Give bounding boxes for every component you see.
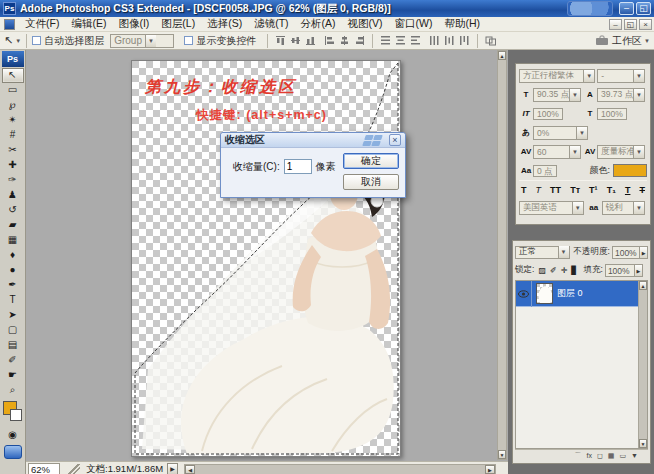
menu-layer[interactable]: 图层(L) (155, 17, 201, 31)
layer-style-icon[interactable]: fx (587, 452, 592, 459)
dialog-close-icon[interactable]: × (389, 134, 401, 146)
group-select[interactable]: Group ▼ (110, 34, 174, 48)
leading-select[interactable]: 39.73 点▼ (597, 88, 645, 102)
align-left-edges-icon[interactable] (324, 35, 335, 46)
healing-brush-tool-button[interactable]: ✚ (2, 158, 24, 173)
align-top-edges-icon[interactable] (275, 35, 286, 46)
all-caps-button[interactable]: TT (550, 185, 561, 195)
type-tool-button[interactable]: T (2, 293, 24, 308)
menu-image[interactable]: 图像(I) (112, 17, 155, 31)
restore-button[interactable]: ◱ (636, 2, 651, 15)
baseline-shift-field[interactable]: 0 点 (533, 165, 557, 177)
text-color-swatch[interactable] (613, 164, 647, 177)
align-right-edges-icon[interactable] (354, 35, 365, 46)
layer-visibility-toggle[interactable] (516, 281, 532, 307)
layers-scroll-down-icon[interactable]: ▼ (639, 439, 647, 448)
link-layers-icon[interactable]: ⌒ (575, 451, 582, 461)
layers-scrollbar[interactable]: ▲ ▼ (638, 281, 647, 448)
doc-horizontal-scrollbar[interactable]: ◀ ▶ (184, 464, 496, 474)
menu-filter[interactable]: 滤镜(T) (248, 17, 294, 31)
fill-slider-arrow-icon[interactable]: ▶ (635, 264, 643, 277)
layers-scroll-up-icon[interactable]: ▲ (639, 281, 647, 290)
crop-tool-button[interactable]: # (2, 128, 24, 143)
workspace-control[interactable]: 工作区 ▼ (595, 34, 650, 48)
font-family-select[interactable]: 方正行楷繁体▼ (519, 69, 595, 83)
fill-field[interactable]: 100% (605, 264, 635, 277)
pen-tool-button[interactable]: ✒ (2, 278, 24, 293)
doc-restore-button[interactable]: ◱ (624, 19, 637, 30)
underline-button[interactable]: T (625, 185, 631, 195)
dodge-tool-button[interactable]: ● (2, 263, 24, 278)
document-icon[interactable] (4, 19, 15, 30)
new-group-icon[interactable]: ▦ (608, 452, 615, 460)
minimize-button[interactable]: – (619, 2, 634, 15)
menu-window[interactable]: 窗口(W) (389, 17, 439, 31)
distribute-vertical-centers-icon[interactable] (395, 35, 406, 46)
tracking-select[interactable]: 60▼ (533, 145, 581, 159)
rectangular-marquee-tool-button[interactable]: ▭ (2, 83, 24, 98)
opacity-field[interactable]: 100% (612, 246, 641, 259)
blur-tool-button[interactable]: ♦ (2, 248, 24, 263)
cancel-button[interactable]: 取消 (343, 174, 399, 190)
eraser-tool-button[interactable]: ▰ (2, 218, 24, 233)
scroll-right-icon[interactable]: ▶ (485, 465, 495, 474)
auto-select-checkbox[interactable] (32, 36, 41, 45)
ok-button[interactable]: 确定 (343, 153, 399, 169)
notes-tool-button[interactable]: ▤ (2, 338, 24, 353)
menu-help[interactable]: 帮助(H) (439, 17, 487, 31)
small-caps-button[interactable]: Tт (570, 185, 580, 195)
shape-tool-button[interactable]: ▢ (2, 323, 24, 338)
subscript-button[interactable]: T₁ (607, 185, 616, 195)
background-color-swatch[interactable] (10, 409, 22, 421)
doc-vertical-scrollbar[interactable]: ▲ ▼ (497, 50, 507, 460)
layer-row[interactable]: 图层 0 (516, 281, 647, 307)
distribute-left-edges-icon[interactable] (429, 35, 440, 46)
strikethrough-button[interactable]: T (639, 185, 645, 195)
canvas[interactable]: 第九步：收缩选区 快捷键: (alt+s+m+c) (131, 60, 401, 457)
new-layer-icon[interactable]: ▭ (619, 452, 626, 460)
anti-alias-select[interactable]: 锐利▼ (602, 201, 645, 215)
menu-select[interactable]: 选择(S) (201, 17, 248, 31)
path-selection-tool-button[interactable]: ➤ (2, 308, 24, 323)
brush-tool-button[interactable]: ✑ (2, 173, 24, 188)
align-vertical-centers-icon[interactable] (290, 35, 301, 46)
magic-wand-tool-button[interactable]: ✴ (2, 113, 24, 128)
tsume-select[interactable]: 0%▼ (533, 126, 588, 140)
kerning-select[interactable]: 度量标准▼ (597, 145, 645, 159)
layer-thumbnail[interactable] (536, 283, 553, 304)
menu-edit[interactable]: 编辑(E) (65, 17, 112, 31)
layer-mask-icon[interactable]: ◻ (597, 452, 603, 460)
superscript-button[interactable]: T¹ (589, 185, 598, 195)
lock-paint-icon[interactable]: ✐ (550, 266, 557, 275)
lock-all-icon[interactable]: ▊ (571, 266, 577, 275)
scroll-down-icon[interactable]: ▼ (498, 450, 506, 459)
font-style-select[interactable]: -▼ (597, 69, 645, 83)
faux-bold-button[interactable]: T (521, 185, 527, 195)
menu-view[interactable]: 视图(V) (342, 17, 389, 31)
auto-align-layers-icon[interactable] (485, 35, 497, 46)
zoom-level-field[interactable]: 62% (28, 463, 60, 474)
contract-amount-input[interactable] (284, 159, 312, 174)
lock-transparency-icon[interactable]: ▨ (538, 266, 546, 275)
faux-italic-button[interactable]: T (536, 185, 542, 195)
align-horizontal-centers-icon[interactable] (339, 35, 350, 46)
lock-position-icon[interactable]: ✛ (561, 266, 568, 275)
language-select[interactable]: 美国英语▼ (519, 201, 584, 215)
screen-mode-button[interactable] (4, 445, 22, 459)
doc-minimize-button[interactable]: – (609, 19, 622, 30)
vertical-scale-field[interactable]: 100% (533, 108, 563, 120)
blend-mode-select[interactable]: 正常▼ (515, 246, 570, 259)
zoom-tool-button[interactable]: ⌕ (2, 383, 24, 398)
distribute-top-edges-icon[interactable] (380, 35, 391, 46)
distribute-horizontal-centers-icon[interactable] (444, 35, 455, 46)
lasso-tool-button[interactable]: ℘ (2, 98, 24, 113)
dialog-title-bar[interactable]: 收缩选区 × (221, 133, 405, 148)
current-tool-preview[interactable]: ↖ ▼ (4, 34, 21, 47)
opacity-slider-arrow-icon[interactable]: ▶ (640, 246, 648, 259)
eyedropper-tool-button[interactable]: ✐ (2, 353, 24, 368)
font-size-select[interactable]: 90.35 点▼ (533, 88, 581, 102)
history-brush-tool-button[interactable]: ↺ (2, 203, 24, 218)
menu-file[interactable]: 文件(F) (19, 17, 65, 31)
delete-layer-icon[interactable]: ▼ (631, 452, 638, 459)
distribute-bottom-edges-icon[interactable] (410, 35, 421, 46)
